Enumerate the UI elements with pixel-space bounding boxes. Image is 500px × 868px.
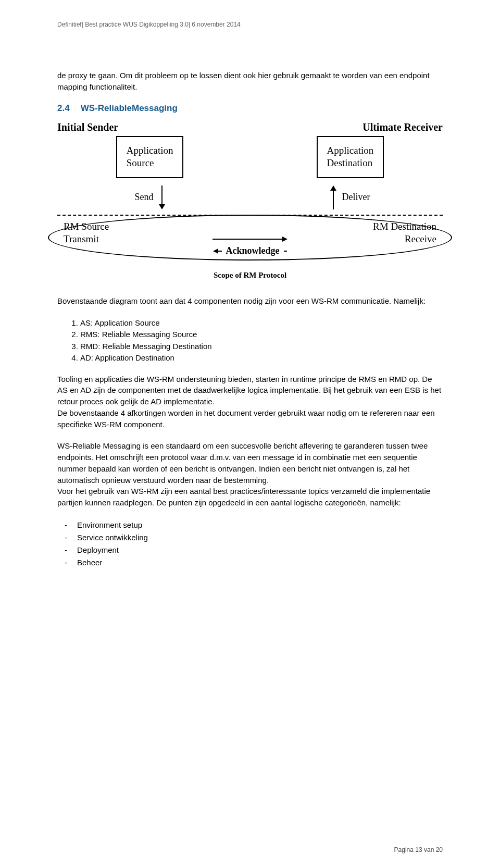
list-item: RMS: Reliable Messaging Source xyxy=(80,329,443,341)
list-item: Service ontwikkeling xyxy=(77,531,443,544)
send-label: Send xyxy=(135,192,154,203)
list-item: Beheer xyxy=(77,556,443,569)
after-diagram-paragraph: Bovenstaande diagram toont aan dat 4 com… xyxy=(57,295,443,307)
page-footer: Pagina 13 van 20 xyxy=(394,846,443,853)
ultimate-receiver-label: Ultimate Receiver xyxy=(362,121,443,133)
deliver-label: Deliver xyxy=(342,192,370,203)
initial-sender-label: Initial Sender xyxy=(57,121,118,133)
send-arrow: Send xyxy=(135,185,165,209)
scope-caption: Scope of RM Protocol xyxy=(57,271,443,280)
application-destination-box: Application Destination xyxy=(317,136,384,178)
application-source-box: Application Source xyxy=(116,136,184,178)
section-title: WS-ReliableMessaging xyxy=(81,103,178,113)
page-header: Definitief| Best practice WUS Digikoppel… xyxy=(57,21,443,28)
list-item: Deployment xyxy=(77,544,443,556)
list-item: RMD: Reliable Messaging Destination xyxy=(80,341,443,353)
rm-protocol-diagram: Initial Sender Ultimate Receiver Applica… xyxy=(57,119,443,280)
section-heading: 2.4 WS-ReliableMessaging xyxy=(57,103,443,114)
list-item: Environment setup xyxy=(77,519,443,531)
rm-protocol-scope-ellipse: RM Source RM Destination Transmit Receiv… xyxy=(57,221,443,255)
intro-paragraph: de proxy te gaan. Om dit probleem op te … xyxy=(57,70,443,93)
list-item: AD: Application Destination xyxy=(80,352,443,364)
category-list: Environment setup Service ontwikkeling D… xyxy=(57,519,443,569)
section-number: 2.4 xyxy=(57,103,78,114)
tooling-paragraph: Tooling en applicaties die WS-RM onderst… xyxy=(57,374,443,430)
document-page: Definitief| Best practice WUS Digikoppel… xyxy=(0,0,500,868)
deliver-arrow: Deliver xyxy=(330,185,370,209)
list-item: AS: Application Source xyxy=(80,317,443,329)
component-list: AS: Application Source RMS: Reliable Mes… xyxy=(57,317,443,364)
wsrm-paragraph: WS-Reliable Messaging is een standaard o… xyxy=(57,440,443,509)
